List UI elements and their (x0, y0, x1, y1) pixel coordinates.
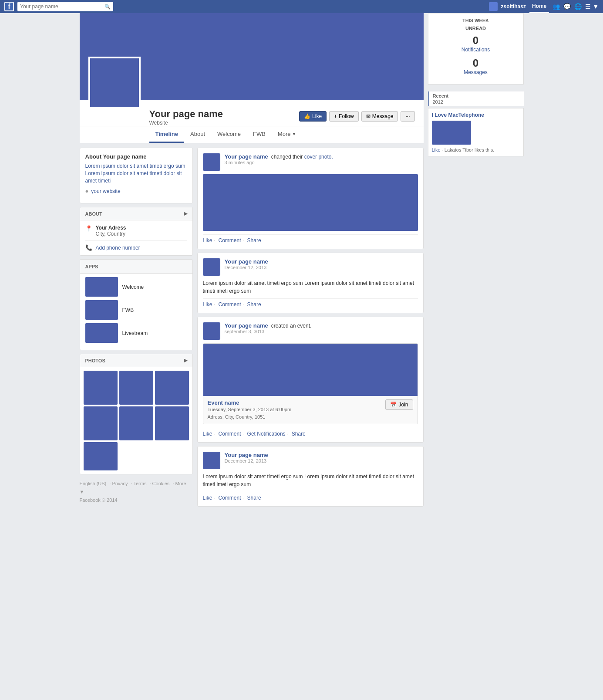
photo-5[interactable] (119, 406, 153, 440)
post-3-like[interactable]: Like (203, 431, 212, 437)
app-name-fwb[interactable]: FWB (122, 307, 134, 313)
thumbs-up-icon: 👍 (304, 113, 310, 119)
footer-copyright: Facebook © 2014 (80, 496, 193, 504)
menu-icon[interactable]: ☰ ▼ (585, 3, 599, 10)
post-3-action: created an event. (269, 323, 311, 329)
event-name[interactable]: Event name (208, 399, 292, 406)
post-3-comment[interactable]: Comment (219, 431, 241, 437)
follow-button[interactable]: + Follow (329, 111, 359, 122)
app-name-welcome[interactable]: Welcome (122, 284, 144, 290)
footer-english[interactable]: English (US) (80, 481, 107, 486)
post-1-share[interactable]: Share (247, 237, 261, 243)
post-2-author[interactable]: Your page name (225, 258, 268, 265)
post-1-meta: Your page name changed their cover photo… (225, 153, 418, 165)
tab-welcome[interactable]: Welcome (211, 126, 247, 143)
messages-label[interactable]: Messages (433, 69, 519, 75)
avatar (489, 2, 498, 11)
post-3-actions: Like · Comment · Get Notifications · Sha… (203, 428, 418, 437)
footer-cookies[interactable]: Cookies (152, 481, 170, 486)
home-link[interactable]: Home (529, 0, 549, 13)
footer-terms[interactable]: Terms (133, 481, 146, 486)
post-1-action-link[interactable]: cover photo. (304, 154, 333, 160)
about-expand-icon[interactable]: ▶ (184, 211, 187, 216)
photo-7[interactable] (84, 442, 118, 470)
globe-small-icon: ● (85, 188, 89, 194)
like-button[interactable]: 👍 Like (299, 111, 327, 122)
post-1-author[interactable]: Your page name (225, 153, 268, 160)
unread-label: UNREAD (433, 26, 519, 31)
post-3-avatar (203, 322, 220, 340)
post-2-actions: Like · Comment · Share (203, 298, 418, 308)
post-2-like[interactable]: Like (203, 301, 212, 308)
footer-privacy[interactable]: Privacy (112, 481, 128, 486)
post-1-image (203, 174, 418, 231)
photo-3[interactable] (155, 371, 189, 405)
username-label: zsoltihasz (501, 3, 526, 10)
top-navigation: f 🔍 zsoltihasz Home 👥 💬 🌐 ☰ ▼ (0, 0, 603, 13)
post-4-avatar (203, 452, 220, 469)
sidebar-page-card: I Love MacTelephone Like · Lakatos Tibor… (428, 108, 524, 156)
post-1-avatar (203, 153, 220, 171)
post-4-share[interactable]: Share (247, 495, 261, 501)
this-week-label: THIS WEEK (433, 18, 519, 23)
about-section-card: ABOUT ▶ 📍 Your Adress City, Country (80, 207, 193, 256)
more-button[interactable]: ··· (401, 111, 414, 122)
post-1-like[interactable]: Like (203, 237, 212, 243)
post-1-comment[interactable]: Comment (219, 237, 241, 243)
location-icon: 📍 (85, 225, 92, 232)
post-3-author[interactable]: Your page name (225, 322, 268, 329)
app-item-welcome: Welcome (85, 277, 187, 297)
event-address: Adress, City, Country, 1051 (208, 413, 292, 421)
tab-about[interactable]: About (184, 126, 211, 143)
message-button[interactable]: ✉ Message (361, 111, 398, 122)
post-2-text: Lorem ipsum dolor sit amet timeti ergo s… (203, 279, 418, 295)
post-2-comment[interactable]: Comment (219, 301, 241, 308)
website-row: ● your website (85, 188, 187, 194)
post-3-meta: Your page name created an event. septemb… (225, 322, 418, 334)
add-phone-link[interactable]: Add phone number (96, 245, 140, 251)
post-2-time: December 12, 2013 (225, 265, 418, 270)
post-1: Your page name changed their cover photo… (197, 148, 424, 249)
tab-more[interactable]: More ▼ (272, 126, 303, 143)
post-4-comment[interactable]: Comment (219, 495, 241, 501)
post-4-like[interactable]: Like (203, 495, 212, 501)
website-link[interactable]: your website (91, 188, 120, 194)
nav-right: zsoltihasz Home 👥 💬 🌐 ☰ ▼ (489, 0, 599, 13)
about-header: ABOUT ▶ (80, 207, 192, 220)
tab-timeline[interactable]: Timeline (149, 126, 185, 143)
sidebar-like-link[interactable]: Like (432, 147, 441, 152)
post-3-get-notifications[interactable]: Get Notifications (247, 431, 286, 437)
photo-1[interactable] (84, 371, 118, 405)
facebook-logo[interactable]: f (4, 2, 14, 11)
post-2-share[interactable]: Share (247, 301, 261, 308)
tab-fwb[interactable]: FWB (247, 126, 272, 143)
photos-expand-icon[interactable]: ▶ (184, 358, 187, 363)
about-description: Lorem ipsum dolor sit amet timeti ergo s… (85, 162, 187, 184)
left-footer: English (US) · Privacy · Terms · Cookies… (80, 478, 193, 506)
app-name-livestream[interactable]: Livestream (122, 330, 148, 336)
messages-count: 0 (433, 57, 519, 69)
search-bar[interactable]: 🔍 (17, 2, 113, 11)
sidebar-page-name[interactable]: I Love MacTelephone (432, 112, 520, 118)
notifications-label[interactable]: Notifications (433, 47, 519, 53)
footer-more[interactable]: More (175, 481, 186, 486)
messages-icon[interactable]: 💬 (563, 3, 571, 10)
post-3-header: Your page name created an event. septemb… (203, 322, 418, 340)
post-4-author-wrap: Your page name (225, 452, 418, 458)
photo-2[interactable] (119, 371, 153, 405)
join-button[interactable]: 📅 Join (385, 399, 413, 410)
photo-4[interactable] (84, 406, 118, 440)
notifications-count: 0 (433, 34, 519, 47)
globe-icon[interactable]: 🌐 (574, 3, 582, 10)
post-3-share[interactable]: Share (292, 431, 306, 437)
search-input[interactable] (20, 3, 104, 10)
about-card: About Your page name Lorem ipsum dolor s… (80, 148, 193, 203)
event-image (203, 344, 418, 396)
photo-6[interactable] (155, 406, 189, 440)
about-page-title: About Your page name (85, 153, 187, 160)
post-1-time: 3 minutes ago (225, 160, 418, 165)
post-4-author[interactable]: Your page name (225, 452, 268, 458)
post-4-header: Your page name December 12, 2013 (203, 452, 418, 469)
post-2-header: Your page name December 12, 2013 (203, 258, 418, 276)
friends-icon[interactable]: 👥 (552, 3, 560, 10)
